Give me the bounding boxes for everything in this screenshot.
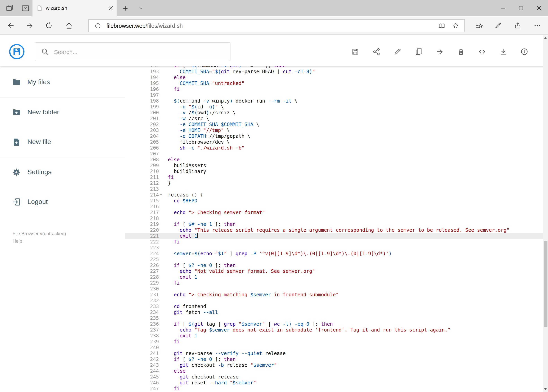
code-line[interactable]: 213 — [125, 186, 543, 192]
reading-view-icon[interactable] — [437, 21, 447, 31]
scroll-up-arrow-icon[interactable] — [544, 37, 547, 39]
code-line[interactable]: 223 — [125, 245, 543, 251]
delete-button[interactable] — [454, 45, 468, 58]
search-input[interactable] — [54, 48, 225, 55]
fold-arrow-icon[interactable]: ▾ — [159, 192, 163, 198]
code-line[interactable]: 234 git fetch --all — [125, 309, 543, 315]
code-line[interactable]: 204 -e GOPATH=//tmp/gopath \ — [125, 133, 543, 139]
code-line[interactable]: 246 git reset --hard "$semver" — [125, 380, 543, 385]
help-link[interactable]: Help — [13, 238, 22, 245]
sidebar-item-new-file[interactable]: New file — [0, 135, 125, 149]
code-line[interactable]: 203 -e HOME="//tmp" \ — [125, 127, 543, 133]
scroll-down-arrow-icon[interactable] — [544, 388, 547, 390]
code-line[interactable]: 206 sh -c "./wizard.sh -b" — [125, 145, 543, 151]
info-button[interactable] — [518, 45, 531, 58]
hub-icon[interactable] — [472, 19, 486, 32]
minimize-icon[interactable] — [494, 0, 512, 16]
code-line[interactable]: 194 else — [125, 74, 543, 80]
code-line[interactable]: 232 — [125, 297, 543, 303]
code-line[interactable]: 202 -e COMMIT_SHA=$COMMIT_SHA \ — [125, 121, 543, 127]
code-line[interactable]: 227 echo "Not valid semver format. See s… — [125, 268, 543, 274]
code-line[interactable]: 243 git checkout -b release "$semver" — [125, 362, 543, 368]
close-tab-icon[interactable] — [109, 6, 113, 10]
code-line[interactable]: 228 exit 1 — [125, 274, 543, 280]
code-line[interactable]: 247 fi — [125, 385, 543, 392]
code-line[interactable]: 193 COMMIT_SHA="$(git rev-parse HEAD | c… — [125, 69, 543, 74]
browser-tab[interactable]: wizard.sh — [33, 0, 117, 16]
code-line[interactable]: 219 if [ $# -ne 1 ]; then — [125, 221, 543, 227]
refresh-icon[interactable] — [43, 19, 55, 32]
code-line[interactable]: 220 echo "This release script requires a… — [125, 227, 543, 233]
download-button[interactable] — [497, 45, 510, 58]
code-line[interactable]: 195 COMMIT_SHA="untracked" — [125, 80, 543, 86]
code-line[interactable]: 199 -u "$(id -u)" \ — [125, 104, 543, 110]
code-editor[interactable]: 192 if [ "$(command -v git)" != "" ]; th… — [125, 66, 543, 392]
page-scrollbar[interactable] — [543, 35, 548, 392]
address-bar[interactable]: filebrowser.web/files/wizard.sh — [88, 19, 465, 32]
code-line[interactable]: 216 — [125, 203, 543, 210]
code-line[interactable]: 222 fi — [125, 239, 543, 245]
favorite-star-icon[interactable] — [450, 21, 461, 31]
rename-button[interactable] — [391, 45, 404, 58]
code-line[interactable]: 235 — [125, 315, 543, 321]
share-icon[interactable] — [511, 19, 525, 32]
save-button[interactable] — [349, 45, 362, 58]
sidebar-item-logout[interactable]: Logout — [0, 195, 125, 209]
tabs-aside-icon[interactable] — [4, 3, 15, 14]
new-tab-icon[interactable] — [120, 3, 131, 14]
filebrowser-logo[interactable] — [9, 43, 25, 60]
code-line[interactable]: 215 cd $REPO — [125, 198, 543, 203]
site-info-icon[interactable] — [93, 21, 103, 31]
share-button[interactable] — [370, 45, 383, 58]
code-line[interactable]: 236 if [ $(git tag | grep "$semver" | wc… — [125, 321, 543, 327]
maximize-icon[interactable] — [512, 0, 530, 16]
close-icon[interactable] — [530, 0, 548, 16]
code-line[interactable]: 214▾release () { — [125, 192, 543, 198]
move-button[interactable] — [433, 45, 446, 58]
code-line[interactable]: 192 if [ "$(command -v git)" != "" ]; th… — [125, 66, 543, 69]
code-line[interactable]: 240 — [125, 344, 543, 350]
code-line[interactable]: 225 — [125, 256, 543, 262]
code-line[interactable]: 217 echo "> Checking semver format" — [125, 210, 543, 215]
code-line[interactable]: 210 buildBinary — [125, 168, 543, 174]
code-line[interactable]: 238 exit 1 — [125, 333, 543, 339]
code-line[interactable]: 242 if [ $? -ne 0 ]; then — [125, 356, 543, 362]
code-line[interactable]: 209 buildAssets — [125, 162, 543, 168]
sidebar-item-my-files[interactable]: My files — [0, 75, 125, 89]
code-line[interactable]: 237 echo "Tag $semver does not exist in … — [125, 327, 543, 333]
code-line[interactable]: 245 git checkout release — [125, 374, 543, 380]
forward-icon[interactable] — [23, 19, 36, 32]
code-line[interactable]: 231 echo "> Checking matching $semver in… — [125, 292, 543, 297]
web-note-pen-icon[interactable] — [491, 19, 505, 32]
back-icon[interactable] — [4, 19, 17, 32]
code-line[interactable]: 224 semver=$(echo "$1" | grep -P '^v(0|[… — [125, 251, 543, 256]
copy-button[interactable] — [412, 45, 425, 58]
code-line[interactable]: 208else — [125, 157, 543, 162]
code-line[interactable]: 226 if [ $? -ne 0 ]; then — [125, 262, 543, 268]
code-line[interactable]: 218 — [125, 215, 543, 221]
code-line[interactable]: 200 -v /$(pwd):/src:z \ — [125, 110, 543, 115]
code-line[interactable]: 244 else — [125, 368, 543, 374]
sidebar-item-new-folder[interactable]: New folder — [0, 105, 125, 119]
search-box[interactable] — [35, 42, 230, 61]
code-line[interactable]: 233 cd frontend — [125, 303, 543, 309]
code-line[interactable]: 212} — [125, 180, 543, 186]
code-line[interactable]: 198 $(command -v winpty) docker run --rm… — [125, 98, 543, 104]
sidebar-item-settings[interactable]: Settings — [0, 165, 125, 179]
code-line[interactable]: 197 — [125, 92, 543, 98]
code-line[interactable]: 205 filebrowser/dev \ — [125, 139, 543, 145]
more-icon[interactable] — [530, 19, 544, 32]
home-icon[interactable] — [62, 19, 75, 32]
code-line[interactable]: 230 — [125, 286, 543, 292]
raw-code-button[interactable] — [475, 45, 489, 58]
tab-list-chevron-icon[interactable] — [135, 3, 146, 14]
code-line[interactable]: 221 exit 1 — [125, 233, 543, 239]
code-line[interactable]: 239 fi — [125, 339, 543, 344]
code-line[interactable]: 207 — [125, 151, 543, 157]
code-line[interactable]: 229 fi — [125, 280, 543, 286]
code-line[interactable]: 211fi — [125, 174, 543, 180]
code-line[interactable]: 201 -w //src \ — [125, 115, 543, 121]
scrollbar-thumb[interactable] — [544, 241, 547, 327]
code-line[interactable]: 196 fi — [125, 86, 543, 92]
tab-preview-icon[interactable] — [20, 3, 31, 14]
